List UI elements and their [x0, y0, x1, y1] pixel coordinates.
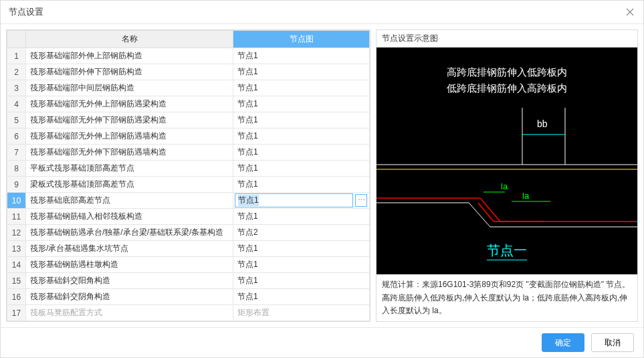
preview-panel: 节点设置示意图 — [376, 29, 638, 322]
row-value[interactable]: 矩形布置 — [233, 321, 370, 323]
table-row[interactable]: 9梁板式筏形基础顶部高差节点节点1 — [7, 177, 370, 193]
row-index: 14 — [7, 257, 26, 273]
row-name: 筏形基础钢筋遇柱墩构造 — [26, 257, 233, 273]
row-index: 11 — [7, 209, 26, 225]
table-row[interactable]: 11筏形基础钢筋锚入相邻筏板构造节点1 — [7, 209, 370, 225]
table-row[interactable]: 4筏形基础端部无外伸上部钢筋遇梁构造节点1 — [7, 96, 370, 112]
table-row[interactable]: 13筏形/承台基础遇集水坑节点节点1 — [7, 241, 370, 257]
row-value[interactable]: 节点1 — [233, 80, 370, 96]
row-name: 筏形/承台基础遇集水坑节点 — [26, 241, 233, 257]
row-name: 筏形基础端部无外伸下部钢筋遇墙构造 — [26, 145, 233, 161]
row-index: 9 — [7, 177, 26, 193]
row-name: 筏板马凳筋配置方式 — [26, 305, 233, 321]
row-index: 17 — [7, 305, 26, 321]
row-value[interactable]: 矩形布置 — [233, 305, 370, 321]
table-row[interactable]: 5筏形基础端部无外伸下部钢筋遇梁构造节点1 — [7, 112, 370, 128]
close-icon[interactable] — [625, 7, 635, 17]
row-index: 10 — [7, 193, 26, 209]
row-index: 12 — [7, 225, 26, 241]
row-value[interactable]: 节点1 — [233, 209, 370, 225]
svg-line-12 — [478, 203, 494, 221]
row-value[interactable]: 节点1 — [233, 112, 370, 128]
table-row[interactable]: 17筏板马凳筋配置方式矩形布置 — [7, 305, 370, 321]
row-value[interactable]: 节点1 — [233, 177, 370, 193]
col-index — [7, 31, 26, 48]
row-name: 梁板式筏形基础顶部高差节点 — [26, 177, 233, 193]
row-index: 18 — [7, 321, 26, 323]
ok-button[interactable]: 确定 — [542, 333, 584, 352]
dialog-title: 节点设置 — [9, 6, 43, 18]
row-index: 6 — [7, 128, 26, 145]
row-value[interactable]: 节点1 — [233, 128, 370, 145]
diagram-label-la1: la — [501, 181, 508, 191]
table-row[interactable]: 16筏形基础斜交阴角构造节点1 — [7, 289, 370, 305]
col-node[interactable]: 节点图 — [233, 31, 370, 48]
row-index: 13 — [7, 241, 26, 257]
table-row[interactable]: 18筏板拉筋配置方式矩形布置 — [7, 321, 370, 323]
table-row[interactable]: 12筏形基础钢筋遇承台/独基/承台梁/基础联系梁/条基构造节点2 — [7, 225, 370, 241]
row-value[interactable]: 节点1 — [233, 96, 370, 112]
row-name: 筏形基础端部外伸下部钢筋构造 — [26, 64, 233, 80]
title-bar: 节点设置 — [1, 1, 643, 24]
col-name[interactable]: 名称 — [26, 31, 233, 48]
dialog-body: 名称 节点图 1筏形基础端部外伸上部钢筋构造节点12筏形基础端部外伸下部钢筋构造… — [1, 24, 643, 327]
row-name: 筏形基础端部无外伸上部钢筋遇墙构造 — [26, 128, 233, 145]
row-value[interactable]: 节点1 — [233, 161, 370, 177]
row-value[interactable]: 节点2 — [233, 225, 370, 241]
table-row[interactable]: 3筏形基础端部中间层钢筋构造节点1 — [7, 80, 370, 96]
row-name: 筏形基础端部无外伸下部钢筋遇梁构造 — [26, 112, 233, 128]
table-row[interactable]: 7筏形基础端部无外伸下部钢筋遇墙构造节点1 — [7, 145, 370, 161]
row-index: 16 — [7, 289, 26, 305]
table-row[interactable]: 8平板式筏形基础顶部高差节点节点1 — [7, 161, 370, 177]
preview-description: 规范计算：来源16G101-3第89页和92页 "变截面部位钢筋构造" 节点。高… — [377, 274, 637, 321]
table-panel: 名称 节点图 1筏形基础端部外伸上部钢筋构造节点12筏形基础端部外伸下部钢筋构造… — [6, 29, 370, 322]
row-name: 平板式筏形基础顶部高差节点 — [26, 161, 233, 177]
row-index: 2 — [7, 64, 26, 80]
dialog-footer: 确定 取消 — [1, 327, 643, 357]
row-name: 筏形基础斜交阳角构造 — [26, 273, 233, 289]
node-table: 名称 节点图 1筏形基础端部外伸上部钢筋构造节点12筏形基础端部外伸下部钢筋构造… — [7, 30, 370, 322]
table-row[interactable]: 10筏形基础底部高差节点节点1⋯ — [7, 193, 370, 209]
ellipsis-icon[interactable]: ⋯ — [355, 194, 367, 207]
diagram-node-name: 节点一 — [487, 242, 527, 260]
row-index: 5 — [7, 112, 26, 128]
row-value[interactable]: 节点1 — [233, 289, 370, 305]
row-index: 4 — [7, 96, 26, 112]
table-row[interactable]: 2筏形基础端部外伸下部钢筋构造节点1 — [7, 64, 370, 80]
row-value[interactable]: 节点1 — [233, 145, 370, 161]
row-value[interactable]: 节点1 — [233, 64, 370, 80]
row-index: 3 — [7, 80, 26, 96]
table-row[interactable]: 1筏形基础端部外伸上部钢筋构造节点1 — [7, 48, 370, 64]
row-value[interactable]: 节点1 — [233, 257, 370, 273]
table-row[interactable]: 15筏形基础斜交阳角构造节点1 — [7, 273, 370, 289]
table-row[interactable]: 14筏形基础钢筋遇柱墩构造节点1 — [7, 257, 370, 273]
row-value[interactable]: 节点1⋯ — [233, 193, 370, 209]
preview-header: 节点设置示意图 — [377, 30, 637, 48]
row-value[interactable]: 节点1 — [233, 241, 370, 257]
row-value[interactable]: 节点1 — [233, 48, 370, 64]
row-name: 筏形基础斜交阴角构造 — [26, 289, 233, 305]
diagram-label-la2: la — [522, 191, 529, 201]
row-name: 筏形基础钢筋锚入相邻筏板构造 — [26, 209, 233, 225]
row-name: 筏形基础底部高差节点 — [26, 193, 233, 209]
table-row[interactable]: 6筏形基础端部无外伸上部钢筋遇墙构造节点1 — [7, 128, 370, 145]
node-settings-dialog: 节点设置 名称 节点图 1筏形基础端部外伸上部钢筋构造节点12筏形基础端部外伸下… — [0, 0, 644, 358]
row-value[interactable]: 节点1 — [233, 273, 370, 289]
row-name: 筏形基础钢筋遇承台/独基/承台梁/基础联系梁/条基构造 — [26, 225, 233, 241]
row-name: 筏形基础端部中间层钢筋构造 — [26, 80, 233, 96]
row-index: 7 — [7, 145, 26, 161]
diagram-label-bb: bb — [537, 118, 548, 129]
diagram-svg — [377, 48, 637, 268]
row-index: 15 — [7, 273, 26, 289]
diagram-text-1: 高跨底排钢筋伸入低跨板内 — [447, 66, 567, 79]
row-index: 1 — [7, 48, 26, 64]
node-diagram: 高跨底排钢筋伸入低跨板内 低跨底排钢筋伸入高跨板内 bb la la 节点一 — [377, 48, 637, 274]
diagram-text-2: 低跨底排钢筋伸入高跨板内 — [447, 82, 567, 95]
value-editor[interactable]: 节点1 — [235, 193, 353, 207]
row-name: 筏板拉筋配置方式 — [26, 321, 233, 323]
row-name: 筏形基础端部无外伸上部钢筋遇梁构造 — [26, 96, 233, 112]
cancel-button[interactable]: 取消 — [591, 333, 634, 352]
row-index: 8 — [7, 161, 26, 177]
row-name: 筏形基础端部外伸上部钢筋构造 — [26, 48, 233, 64]
